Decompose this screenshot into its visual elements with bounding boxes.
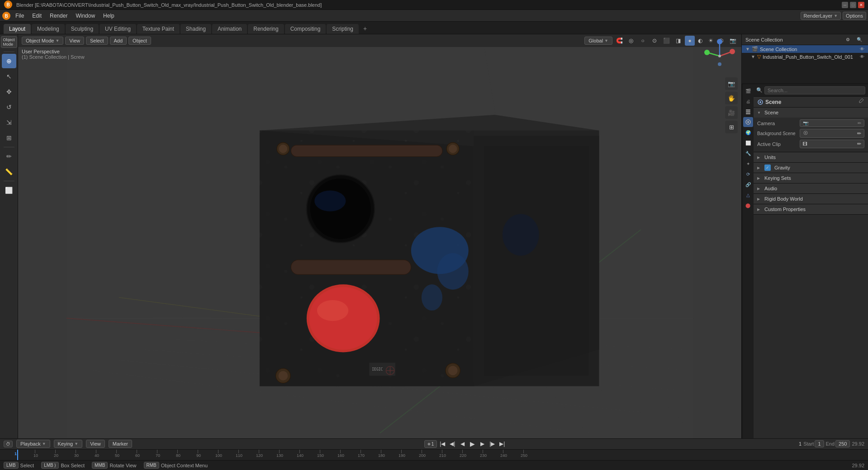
shading-solid[interactable]: ● (685, 36, 695, 46)
props-tab-object[interactable]: ⬜ (743, 138, 753, 148)
background-scene-field[interactable]: ✏ (800, 129, 864, 138)
menu-help[interactable]: Help (100, 11, 118, 20)
frame-display[interactable]: ◆ 1 (424, 440, 437, 448)
viewport-object-menu[interactable]: Object (128, 37, 151, 45)
marker-menu[interactable]: Marker (109, 440, 132, 448)
view-menu[interactable]: View (86, 440, 105, 448)
rotate-tool[interactable]: ↺ (2, 100, 16, 114)
rigid-body-world-header[interactable]: Rigid Body World (754, 194, 868, 204)
camera-field[interactable]: 📷 ✏ (800, 119, 864, 127)
end-frame[interactable]: 250 (835, 440, 850, 447)
prev-frame-btn[interactable]: ◀ (458, 439, 467, 448)
props-tab-render[interactable]: 🎬 (743, 86, 753, 96)
select-tool[interactable]: ↖ (2, 69, 16, 84)
viewport-collection-vis[interactable]: ⊞ (725, 121, 738, 133)
cursor-tool[interactable]: ⊕ (2, 54, 16, 68)
viewport-mode-dropdown[interactable]: Object Mode ▼ (22, 37, 63, 45)
clip-edit-icon[interactable]: ✏ (857, 141, 861, 147)
tab-layout[interactable]: Layout (4, 24, 31, 34)
tab-shading[interactable]: Shading (180, 24, 211, 34)
tab-compositing[interactable]: Compositing (285, 24, 326, 34)
viewport-transform-selector[interactable]: Global ▼ (584, 37, 612, 45)
tab-modeling[interactable]: Modeling (32, 24, 65, 34)
next-keyframe-btn[interactable]: |▶ (488, 439, 497, 448)
scale-tool[interactable]: ⇲ (2, 115, 16, 130)
transform-tool[interactable]: ⊞ (2, 131, 16, 145)
move-tool[interactable]: ✥ (2, 85, 16, 99)
eye-icon[interactable]: 👁 (860, 47, 864, 52)
playback-menu[interactable]: Playback ▼ (16, 440, 50, 448)
options-button[interactable]: Options (843, 12, 866, 20)
keying-sets-header[interactable]: Keying Sets (754, 173, 868, 183)
viewport-view-menu[interactable]: View (65, 37, 84, 45)
scene-viewport[interactable]: IEGIC (18, 47, 741, 438)
timeline-icon[interactable]: ⏱ (4, 441, 13, 447)
tab-animation[interactable]: Animation (212, 24, 247, 34)
viewport-lock-view[interactable]: 🖐 (725, 92, 738, 104)
outliner-scene-collection[interactable]: ▼ 🎬 Scene Collection 👁 (742, 45, 868, 53)
viewport-gizmo[interactable] (702, 38, 738, 74)
units-section-header[interactable]: Units (754, 152, 868, 162)
props-tab-data[interactable]: △ (743, 190, 753, 200)
proportional-edit[interactable]: ◎ (626, 36, 636, 46)
snap-tool[interactable]: 🧲 (614, 36, 624, 46)
gravity-checkbox[interactable]: ✓ (764, 164, 771, 171)
viewport-xray[interactable]: ◨ (673, 36, 683, 46)
maximize-button[interactable]: □ (850, 2, 856, 8)
viewport-render-preview[interactable]: 🎥 (725, 106, 738, 119)
render-engine-selector[interactable]: RenderLayer ▼ (801, 12, 841, 20)
menu-file[interactable]: File (12, 11, 28, 20)
viewport-camera-view[interactable]: 📷 (725, 77, 738, 90)
add-cube-tool[interactable]: ⬜ (2, 183, 16, 197)
viewport[interactable]: Object Mode ▼ View Select Add Object Glo… (18, 34, 741, 438)
props-tab-material[interactable]: ⬤ (743, 200, 753, 210)
obj-eye-icon[interactable]: 👁 (860, 54, 864, 59)
viewport-select-menu[interactable]: Select (86, 37, 108, 45)
tab-uv-editing[interactable]: UV Editing (100, 24, 136, 34)
active-clip-field[interactable]: 🎞 ✏ (800, 140, 864, 148)
bg-scene-edit-icon[interactable]: ✏ (857, 131, 861, 136)
props-tab-particles[interactable]: ✦ (743, 159, 753, 169)
menu-window[interactable]: Window (72, 11, 99, 20)
audio-section-header[interactable]: Audio (754, 183, 868, 193)
gravity-section-header[interactable]: ✓ Gravity (754, 163, 868, 173)
props-tab-constraints[interactable]: 🔗 (743, 179, 753, 189)
props-tab-output[interactable]: 🖨 (743, 96, 753, 106)
tab-sculpting[interactable]: Sculpting (66, 24, 99, 34)
proportional-connected[interactable]: ○ (638, 36, 648, 46)
camera-edit-icon[interactable]: ✏ (858, 121, 861, 126)
play-btn[interactable]: ▶ (468, 439, 477, 448)
jump-end-btn[interactable]: ▶| (498, 439, 507, 448)
viewport-add-menu[interactable]: Add (110, 37, 127, 45)
properties-search-input[interactable] (764, 86, 865, 94)
props-tab-scene[interactable] (743, 117, 753, 127)
props-tab-world[interactable]: 🌍 (743, 127, 753, 137)
timeline-ruler[interactable]: 1 10 20 30 40 50 60 70 80 90 100 110 120… (0, 450, 868, 460)
outliner-search[interactable]: 🔍 (854, 35, 864, 45)
start-frame[interactable]: 1 (815, 440, 824, 447)
close-button[interactable]: ✕ (858, 2, 864, 8)
keying-menu[interactable]: Keying ▼ (54, 440, 83, 448)
props-tab-physics[interactable]: ⟳ (743, 169, 753, 179)
playhead[interactable] (17, 450, 18, 460)
scene-edit-btn[interactable] (859, 99, 864, 105)
tab-scripting[interactable]: Scripting (327, 24, 359, 34)
custom-properties-header[interactable]: Custom Properties (754, 204, 868, 214)
outliner-filter[interactable]: ⚙ (843, 35, 853, 45)
viewport-gizmo-toggle[interactable]: ⊙ (650, 36, 659, 46)
outliner-object-item[interactable]: ▼ ▽ Industrial_Push_Button_Switch_Old_00… (742, 53, 868, 61)
menu-edit[interactable]: Edit (28, 11, 45, 20)
annotate-tool[interactable]: ✏ (2, 149, 16, 164)
add-workspace-button[interactable]: + (360, 23, 370, 34)
viewport-overlay[interactable]: ⬛ (661, 36, 671, 46)
mode-selector[interactable]: Object Mode (1, 36, 17, 48)
tab-rendering[interactable]: Rendering (248, 24, 284, 34)
tab-texture-paint[interactable]: Texture Paint (137, 24, 180, 34)
measure-tool[interactable]: 📏 (2, 164, 16, 179)
props-tab-viewlayer[interactable] (743, 107, 753, 117)
scene-section-header[interactable]: Scene (754, 108, 868, 118)
prev-keyframe-btn[interactable]: ◀| (448, 439, 457, 448)
props-tab-modifier[interactable]: 🔧 (743, 148, 753, 158)
blender-menu-logo[interactable]: B (2, 11, 11, 20)
jump-start-btn[interactable]: |◀ (438, 439, 447, 448)
